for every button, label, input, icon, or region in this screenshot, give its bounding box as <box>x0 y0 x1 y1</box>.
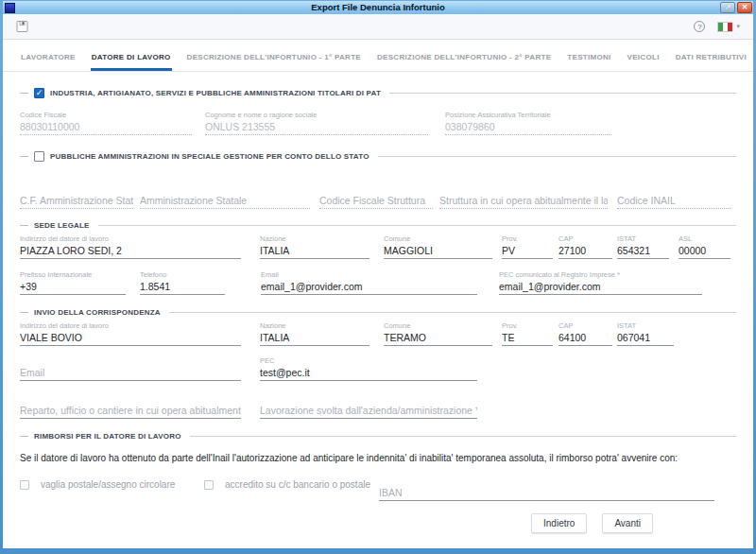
cf-amministrazione-statale-field[interactable]: C.F. Amministrazione Statale <box>20 184 133 209</box>
field-label: Telefono <box>140 270 225 280</box>
field-placeholder: Struttura in cui opera abitualmente il l… <box>439 194 608 209</box>
codice-inail-field[interactable]: Codice INAIL <box>617 184 730 209</box>
tab-testimoni[interactable]: TESTIMONI <box>566 53 611 71</box>
sede-nazione-field[interactable]: Nazione ITALIA <box>260 234 369 259</box>
codice-fiscale-struttura-field[interactable]: Codice Fiscale Struttura <box>319 184 433 209</box>
sede-cap-field[interactable]: CAP 27100 <box>558 234 612 259</box>
field-label: Cognome e nome o ragione sociale <box>205 111 428 120</box>
sede-istat-field[interactable]: ISTAT 654321 <box>617 234 669 259</box>
restore-window-button[interactable]: ↗ <box>720 2 735 13</box>
field-value: 654321 <box>617 244 669 259</box>
app-window: Export File Denuncia Infortunio ↗ ✕ ? ▾ <box>0 0 756 554</box>
corr-cap-field[interactable]: CAP 64100 <box>558 321 612 346</box>
iban-field[interactable]: IBAN <box>379 476 714 501</box>
pat-checkbox[interactable]: ✓ <box>34 88 44 98</box>
chevron-down-icon: ▾ <box>736 23 740 30</box>
rimborsi-options-row: vaglia postale/assegno circolare accredi… <box>20 475 736 501</box>
field-value: MAGGIOLI <box>384 244 492 259</box>
close-window-button[interactable]: ✕ <box>737 2 752 13</box>
sede-telefono-field[interactable]: Telefono 1.8541 <box>140 270 225 295</box>
section-pa-stato-title: PUBBLICHE AMMINISTRAZIONI IN SPECIALE GE… <box>50 152 369 161</box>
field-value: ITALIA <box>260 244 369 259</box>
sede-email-field[interactable]: Email email_1@provider.com <box>261 270 477 295</box>
tab-dati-retributivi[interactable]: DATI RETRIBUTIVI <box>675 53 747 71</box>
tab-veicoli[interactable]: VEICOLI <box>627 53 661 71</box>
tab-descrizione-infortunio-2[interactable]: DESCRIZIONE DELL'INFORTUNIO - 2° PARTE <box>376 53 552 71</box>
field-value: PIAZZA LORO SEDI, 2 <box>20 244 241 259</box>
app-icon <box>5 3 15 13</box>
field-label: Posizione Assicurativa Territoriale <box>445 111 611 120</box>
save-file-icon[interactable] <box>16 20 28 33</box>
language-selector[interactable]: ▾ <box>717 22 740 32</box>
tab-descrizione-infortunio-1[interactable]: DESCRIZIONE DELL'INFORTUNIO - 1° PARTE <box>186 53 362 71</box>
section-pat-header: ✓ INDUSTRIA, ARTIGIANATO, SERVIZI E PUBB… <box>20 88 736 98</box>
accredito-checkbox[interactable] <box>204 480 214 490</box>
tab-lavoratore[interactable]: LAVORATORE <box>20 53 77 71</box>
section-corrispondenza-title: INVIO DELLA CORRISPONDENZA <box>34 308 161 317</box>
sede-provincia-field[interactable]: Prov. PV <box>502 234 553 259</box>
vaglia-postale-option[interactable]: vaglia postale/assegno circolare <box>20 475 204 490</box>
field-value: 64100 <box>558 331 612 346</box>
pat-fields-row: Codice Fiscale 88030110000 Cognome e nom… <box>20 111 736 135</box>
field-value: PV <box>502 244 553 259</box>
accredito-option[interactable]: accredito su c/c bancario o postale <box>204 475 379 490</box>
corr-provincia-field[interactable]: Prov. TE <box>502 321 553 346</box>
sede-asl-field[interactable]: ASL 00000 <box>679 234 730 259</box>
corr-pec-field[interactable]: PEC test@pec.it <box>260 356 477 381</box>
field-label: Prov. <box>502 321 553 331</box>
pa-stato-fields-row: C.F. Amministrazione Statale Amministraz… <box>20 184 736 209</box>
section-corrispondenza-header: INVIO DELLA CORRISPONDENZA <box>20 308 736 317</box>
field-label: ISTAT <box>617 321 674 331</box>
vaglia-postale-checkbox[interactable] <box>20 480 29 490</box>
legend-rule <box>98 225 736 226</box>
corr-nazione-field[interactable]: Nazione ITALIA <box>260 321 369 346</box>
field-value: TERAMO <box>384 331 492 346</box>
struttura-lavoratore-field[interactable]: Struttura in cui opera abitualmente il l… <box>439 184 608 209</box>
section-rimborsi-header: RIMBORSI PER IL DATORE DI LAVORO <box>20 432 736 441</box>
section-pat-title: INDUSTRIA, ARTIGIANATO, SERVIZI E PUBBLI… <box>50 89 381 97</box>
field-label <box>20 184 133 194</box>
field-label: Email <box>261 270 477 280</box>
sede-legale-row-1: Indirizzo del datore di lavoro PIAZZA LO… <box>20 234 736 259</box>
section-sede-legale-title: SEDE LEGALE <box>34 221 90 230</box>
corr-indirizzo-field[interactable]: Indirizzo del datore di lavoro VIALE BOV… <box>20 321 241 346</box>
field-value: 27100 <box>558 244 612 259</box>
pa-stato-checkbox[interactable] <box>34 151 44 162</box>
field-label: Nazione <box>260 234 369 244</box>
field-label: Indirizzo del datore di lavoro <box>20 321 241 331</box>
help-icon[interactable]: ? <box>694 21 705 32</box>
next-button[interactable]: Avanti <box>602 513 653 533</box>
back-button[interactable]: Indietro <box>531 513 587 533</box>
lavorazione-field[interactable]: Lavorazione svolta dall'azienda/amminist… <box>260 394 477 419</box>
field-placeholder: Codice INAIL <box>617 194 730 209</box>
field-label <box>439 184 608 194</box>
field-value: email_1@provider.com <box>499 280 702 295</box>
sede-pec-field[interactable]: PEC comunicato al Registro Imprese * ema… <box>499 270 702 295</box>
sede-indirizzo-field[interactable]: Indirizzo del datore di lavoro PIAZZA LO… <box>20 234 241 259</box>
window-controls: ↗ ✕ <box>720 2 752 13</box>
amministrazione-statale-field[interactable]: Amministrazione Statale <box>140 184 310 209</box>
reparto-field[interactable]: Reparto, ufficio o cantiere in cui opera… <box>20 394 241 419</box>
corrispondenza-row-1: Indirizzo del datore di lavoro VIALE BOV… <box>20 321 736 346</box>
field-value: 067041 <box>617 331 674 346</box>
corr-comune-field[interactable]: Comune TERAMO <box>384 321 492 346</box>
legend-rule <box>389 93 736 94</box>
window-body: ? ▾ LAVORATORE DATORE DI LAVORO DESCRIZI… <box>3 14 753 548</box>
field-label: ASL <box>679 234 730 244</box>
sede-comune-field[interactable]: Comune MAGGIOLI <box>384 234 492 259</box>
field-value: 1.8541 <box>140 280 225 295</box>
legend-rule <box>378 156 736 157</box>
field-value: ONLUS 213555 <box>205 120 428 135</box>
codice-fiscale-field[interactable]: Codice Fiscale 88030110000 <box>20 111 192 135</box>
field-label <box>260 394 477 404</box>
titlebar: Export File Denuncia Infortunio ↗ ✕ <box>3 1 753 14</box>
pat-field[interactable]: Posizione Assicurativa Territoriale 0380… <box>445 111 611 135</box>
sede-prefisso-field[interactable]: Prefisso Internazionale +39 <box>20 270 126 295</box>
field-placeholder: Codice Fiscale Struttura <box>319 194 433 209</box>
corr-email-field[interactable]: Email <box>20 356 241 381</box>
corr-istat-field[interactable]: ISTAT 067041 <box>617 321 674 346</box>
ragione-sociale-field[interactable]: Cognome e nome o ragione sociale ONLUS 2… <box>205 111 428 135</box>
field-label: PEC comunicato al Registro Imprese * <box>499 270 702 280</box>
corrispondenza-row-3: Reparto, ufficio o cantiere in cui opera… <box>20 394 736 419</box>
tab-datore-di-lavoro[interactable]: DATORE DI LAVORO <box>91 53 172 71</box>
